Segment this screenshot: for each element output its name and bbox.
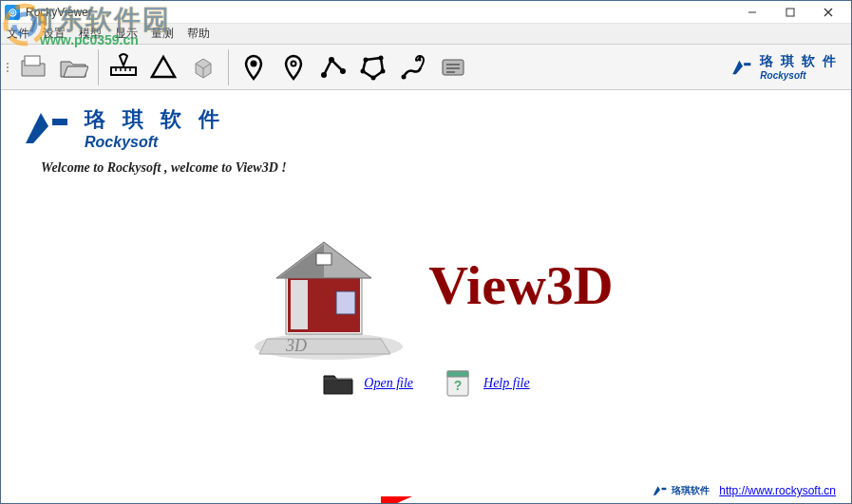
- svg-point-18: [381, 68, 386, 73]
- note-icon[interactable]: [434, 48, 472, 86]
- toolbar-brand: 珞 琪 软 件 Rockysoft: [731, 53, 845, 81]
- svg-rect-40: [447, 371, 468, 377]
- svg-point-20: [361, 68, 366, 73]
- svg-text:3D: 3D: [285, 336, 307, 355]
- brand-logo-icon: [24, 109, 71, 147]
- open-file-link[interactable]: Open file: [364, 376, 413, 391]
- titlebar: ◎ RockyViewer: [1, 1, 851, 24]
- svg-point-19: [371, 75, 376, 80]
- svg-rect-34: [291, 280, 308, 329]
- toolbar-grip: [7, 50, 12, 84]
- svg-rect-27: [745, 63, 751, 65]
- welcome-text: Welcome to Rockysoft , welcome to View3D…: [41, 160, 828, 176]
- house-illustration: 3D: [238, 204, 409, 365]
- maximize-button[interactable]: [771, 1, 809, 24]
- help-file-icon: ?: [442, 369, 474, 398]
- menu-model[interactable]: 模型: [79, 26, 102, 42]
- triangle-icon[interactable]: [144, 48, 182, 86]
- folder-icon: [322, 369, 354, 398]
- open-file-link-item: Open file: [322, 369, 413, 398]
- toolbar-separator: [98, 49, 99, 85]
- menu-display[interactable]: 显示: [115, 26, 138, 42]
- annotation-arrow: [381, 496, 533, 503]
- menu-help[interactable]: 帮助: [187, 26, 210, 42]
- help-file-link[interactable]: Help file: [483, 376, 530, 391]
- route-icon[interactable]: [394, 48, 432, 86]
- brand-logo-icon: [731, 58, 754, 77]
- menu-measure[interactable]: 量测: [151, 26, 174, 42]
- menu-settings[interactable]: 设置: [43, 26, 66, 42]
- svg-rect-5: [111, 67, 136, 75]
- svg-point-16: [364, 57, 369, 62]
- footer-brand: 珞琪软件: [653, 484, 710, 497]
- svg-rect-35: [336, 291, 355, 314]
- svg-point-17: [379, 55, 384, 60]
- brand-en: Rockysoft: [760, 70, 838, 81]
- brand-main: 珞 琪 软 件 Rockysoft: [24, 105, 828, 151]
- svg-rect-1: [786, 9, 794, 16]
- menu-file[interactable]: 文件: [7, 26, 29, 42]
- toolbar: 珞 琪 软 件 Rockysoft: [1, 45, 851, 90]
- svg-rect-38: [316, 253, 331, 265]
- pin2-icon[interactable]: [275, 48, 312, 86]
- footer: 珞琪软件 http://www.rockysoft.cn: [653, 484, 836, 497]
- path-icon[interactable]: [314, 48, 352, 86]
- brand-cn: 珞 琪 软 件: [760, 53, 838, 70]
- brand-main-en: Rockysoft: [85, 134, 225, 151]
- svg-text:?: ?: [454, 378, 463, 393]
- links-row: Open file ? Help file: [24, 369, 828, 398]
- footer-url-link[interactable]: http://www.rockysoft.cn: [719, 484, 836, 497]
- window-title: RockyViewer: [26, 6, 733, 19]
- footer-brand-cn: 珞琪软件: [672, 484, 710, 497]
- svg-point-11: [292, 61, 296, 65]
- svg-rect-28: [52, 119, 67, 125]
- polygon-icon[interactable]: [354, 48, 392, 86]
- close-button[interactable]: [809, 1, 847, 24]
- minimize-button[interactable]: [733, 1, 771, 24]
- svg-rect-4: [25, 56, 40, 65]
- svg-marker-30: [259, 339, 390, 354]
- brand-main-cn: 珞 琪 软 件: [85, 105, 225, 134]
- center-block: 3D View3D: [24, 204, 828, 365]
- content-area: 珞 琪 软 件 Rockysoft Welcome to Rockysoft ,…: [1, 90, 851, 503]
- open-file-icon[interactable]: [14, 48, 52, 86]
- svg-point-21: [419, 58, 422, 61]
- pin-icon[interactable]: [235, 48, 273, 86]
- toolbar-separator: [228, 49, 229, 85]
- svg-point-22: [402, 74, 407, 79]
- cube-icon[interactable]: [184, 48, 222, 86]
- view3d-title: View3D: [428, 253, 613, 317]
- open-folder-icon[interactable]: [54, 48, 92, 86]
- app-window: ◎ RockyViewer 文件 设置 模型 显示 量测 帮助: [0, 0, 852, 504]
- help-file-link-item: ? Help file: [442, 369, 530, 398]
- svg-point-10: [251, 60, 257, 66]
- window-controls: [733, 1, 847, 24]
- app-icon: ◎: [5, 5, 20, 20]
- ruler-icon[interactable]: [104, 48, 142, 86]
- svg-rect-42: [662, 488, 667, 490]
- menubar: 文件 设置 模型 显示 量测 帮助: [1, 24, 851, 45]
